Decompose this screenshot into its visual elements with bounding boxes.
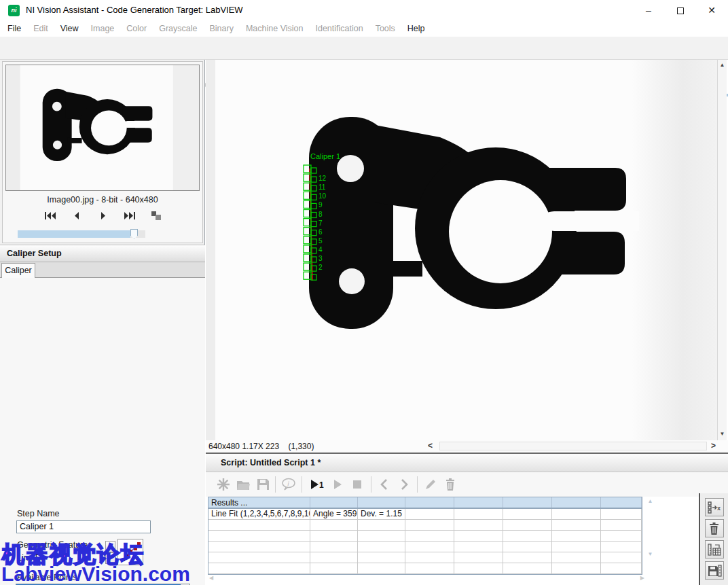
results-cell bbox=[405, 542, 454, 552]
results-vertical-scrollbar[interactable]: ▲ ▼ bbox=[645, 498, 655, 574]
save-script-icon[interactable] bbox=[255, 477, 270, 492]
menu-identification[interactable]: Identification bbox=[309, 20, 369, 37]
results-cell bbox=[552, 509, 601, 519]
results-cell bbox=[358, 542, 405, 552]
window-title: NI Vision Assistant - Code Generation Ta… bbox=[26, 0, 243, 20]
results-cell bbox=[601, 542, 642, 552]
viewer-status-bar: 640x480 1.17X 223 (1,330) < > bbox=[206, 440, 728, 453]
save-results-button[interactable] bbox=[705, 561, 724, 580]
results-table[interactable]: Results ... Line Fit (1,2,3,4,5,6,7,8,9,… bbox=[208, 497, 642, 575]
new-script-icon[interactable] bbox=[216, 477, 231, 492]
toolbar-separator bbox=[275, 476, 276, 493]
menu-help[interactable]: Help bbox=[401, 20, 431, 37]
run-icon[interactable] bbox=[330, 477, 345, 492]
menu-bar: FileEditViewImageColorGrayscaleBinaryMac… bbox=[0, 20, 728, 37]
close-button[interactable]: ✕ bbox=[697, 0, 727, 20]
title-bar: ni NI Vision Assistant - Code Generation… bbox=[0, 0, 728, 20]
edge-point-number: 3 bbox=[318, 255, 323, 262]
viewer-horizontal-scrollbar[interactable] bbox=[439, 442, 707, 450]
stop-icon[interactable] bbox=[350, 477, 365, 492]
edit-step-icon[interactable] bbox=[423, 477, 438, 492]
menu-binary[interactable]: Binary bbox=[203, 20, 239, 37]
results-row-empty[interactable] bbox=[208, 552, 642, 563]
first-image-button[interactable] bbox=[41, 209, 59, 222]
svg-text:1: 1 bbox=[319, 480, 324, 490]
scroll-left-icon[interactable]: ◀ bbox=[209, 575, 213, 581]
viewer-vertical-scrollbar[interactable]: ▲ ▼ bbox=[717, 60, 727, 440]
results-cell bbox=[358, 531, 405, 541]
menu-tools[interactable]: Tools bbox=[369, 20, 401, 37]
step-name-input[interactable]: Caliper 1 bbox=[16, 520, 151, 533]
results-row-empty[interactable] bbox=[208, 531, 642, 542]
export-table-button[interactable] bbox=[705, 540, 724, 559]
scroll-up-icon[interactable]: ▲ bbox=[645, 498, 655, 504]
send-to-excel-button[interactable]: x bbox=[705, 498, 724, 516]
results-row[interactable]: Line Fit (1,2,3,4,5,6,7,8,9,10,Angle = 3… bbox=[208, 509, 642, 520]
results-row-empty[interactable] bbox=[208, 542, 642, 552]
thumbnail-view-icon[interactable] bbox=[147, 209, 165, 222]
results-cell bbox=[310, 542, 358, 552]
open-script-icon[interactable] bbox=[236, 477, 251, 492]
scroll-down-icon[interactable]: ▼ bbox=[718, 431, 727, 437]
results-cell bbox=[405, 531, 454, 541]
minimize-button[interactable]: – bbox=[634, 0, 663, 20]
results-cell bbox=[503, 563, 552, 573]
results-row-empty[interactable] bbox=[208, 563, 642, 574]
script-header: Script: Untitled Script 1 * bbox=[206, 454, 728, 472]
results-cell bbox=[601, 552, 642, 563]
tab-caliper[interactable]: Caliper bbox=[1, 263, 35, 278]
results-cell bbox=[405, 520, 454, 530]
image-thumbnail[interactable] bbox=[5, 65, 200, 191]
previous-image-button[interactable] bbox=[68, 209, 86, 222]
menu-file[interactable]: File bbox=[1, 20, 27, 37]
menu-view[interactable]: View bbox=[54, 20, 85, 37]
image-nav bbox=[3, 209, 204, 222]
image-position-slider[interactable] bbox=[18, 229, 145, 239]
results-cell bbox=[454, 542, 503, 552]
scroll-right-icon[interactable]: ▶ bbox=[640, 575, 644, 581]
last-image-button[interactable] bbox=[121, 209, 139, 222]
results-cell bbox=[454, 531, 503, 541]
results-cell bbox=[310, 531, 358, 541]
results-header-cell-empty bbox=[358, 497, 405, 508]
results-cell bbox=[552, 552, 601, 563]
toolbar-separator bbox=[302, 476, 302, 493]
svg-text:x: x bbox=[717, 505, 721, 512]
edge-point-number: 9 bbox=[318, 201, 323, 209]
image-caption: Image00.jpg - 8-bit - 640x480 bbox=[3, 195, 202, 205]
results-header-cell-empty bbox=[601, 497, 642, 508]
scroll-right-icon[interactable]: > bbox=[711, 440, 716, 452]
scroll-left-icon[interactable]: < bbox=[428, 440, 433, 452]
results-area: Results ... Line Fit (1,2,3,4,5,6,7,8,9,… bbox=[206, 497, 699, 585]
results-row-empty[interactable] bbox=[208, 520, 642, 531]
menu-color[interactable]: Color bbox=[120, 20, 153, 37]
menu-machine-vision[interactable]: Machine Vision bbox=[240, 20, 310, 37]
next-image-button[interactable] bbox=[94, 209, 112, 222]
results-cell: Dev. = 1.15 bbox=[358, 509, 405, 519]
run-once-icon[interactable]: 1 bbox=[308, 477, 327, 492]
results-horizontal-scrollbar[interactable]: ◀ ▶ bbox=[208, 575, 646, 583]
toolbar-separator bbox=[371, 476, 371, 493]
viewer-status-text: 640x480 1.17X 223 (1,330) bbox=[208, 440, 314, 453]
edge-point-number: 8 bbox=[318, 211, 323, 218]
scroll-down-icon[interactable]: ▼ bbox=[645, 551, 655, 557]
step-back-icon[interactable] bbox=[377, 477, 392, 492]
comment-icon[interactable]: i bbox=[281, 477, 296, 492]
edge-point-number: 10 bbox=[318, 192, 327, 200]
menu-grayscale[interactable]: Grayscale bbox=[153, 20, 203, 37]
results-cell bbox=[358, 520, 405, 530]
results-cell bbox=[503, 509, 552, 519]
results-cell bbox=[601, 531, 642, 541]
image-viewer[interactable]: Caliper 1 12111098765432 bbox=[206, 60, 717, 440]
maximize-button[interactable] bbox=[666, 0, 695, 20]
results-cell bbox=[358, 563, 405, 573]
scroll-up-icon[interactable]: ▲ bbox=[718, 62, 727, 68]
results-cell bbox=[310, 520, 358, 530]
menu-edit[interactable]: Edit bbox=[27, 20, 54, 37]
delete-step-icon[interactable] bbox=[443, 477, 458, 492]
results-cell bbox=[552, 542, 601, 552]
delete-results-button[interactable] bbox=[705, 519, 724, 537]
step-forward-icon[interactable] bbox=[397, 477, 412, 492]
menu-image[interactable]: Image bbox=[85, 20, 121, 37]
results-cell bbox=[503, 531, 552, 541]
